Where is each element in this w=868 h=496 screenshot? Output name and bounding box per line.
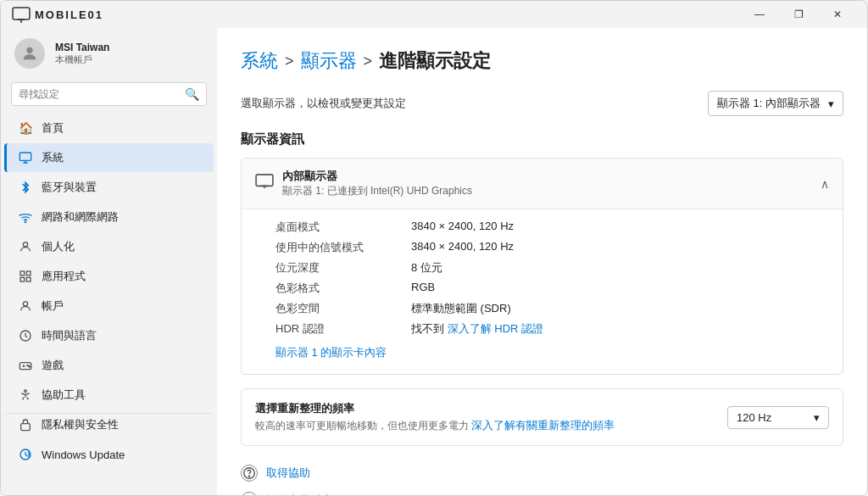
search-box[interactable]: 🔍 — [11, 82, 207, 106]
svg-rect-11 — [20, 277, 25, 281]
sidebar-item-accessibility[interactable]: 協助工具 — [4, 381, 214, 410]
sidebar-item-accounts[interactable]: 帳戶 — [4, 292, 214, 320]
user-info: MSI Taiwan 本機帳戶 — [55, 42, 109, 66]
system-icon — [18, 150, 33, 165]
sidebar-item-label: 個人化 — [42, 239, 75, 254]
info-grid: 桌面模式 3840 × 2400, 120 Hz 使用中的信號模式 3840 ×… — [275, 220, 829, 337]
svg-point-19 — [29, 366, 30, 367]
hdr-link2[interactable]: 認證 — [521, 322, 543, 335]
desktop-mode-label: 桌面模式 — [275, 220, 411, 235]
sidebar-item-label: Windows Update — [42, 449, 125, 461]
monitor-name: 內部顯示器 — [282, 169, 472, 184]
logo-text: MOBILE01 — [35, 8, 103, 21]
sidebar-item-privacy[interactable]: 隱私權與安全性 — [4, 413, 214, 439]
color-format-label: 色彩格式 — [275, 281, 411, 296]
user-subtitle: 本機帳戶 — [55, 53, 109, 66]
svg-point-7 — [25, 221, 25, 222]
refresh-info: 選擇重新整理的頻率 較高的速率可更順暢地移動，但也使用更多電力 深入了解有關重新… — [255, 401, 727, 433]
hdr-label: HDR 認證 — [275, 321, 411, 337]
breadcrumb: 系統 > 顯示器 > 進階顯示設定 — [241, 48, 843, 74]
hdr-text: 找不到 — [411, 322, 448, 335]
breadcrumb-display[interactable]: 顯示器 — [301, 48, 357, 74]
window-controls: — ❐ ✕ — [740, 1, 857, 28]
user-name: MSI Taiwan — [55, 42, 109, 53]
logo-icon — [11, 4, 31, 25]
display-selector-label: 選取顯示器，以檢視或變更其設定 — [241, 96, 406, 111]
close-button[interactable]: ✕ — [818, 1, 857, 28]
monitor-subtitle: 顯示器 1: 已連接到 Intel(R) UHD Graphics — [282, 184, 472, 198]
refresh-desc: 較高的速率可更順暢地移動，但也使用更多電力 深入了解有關重新整理的頻率 — [255, 418, 710, 433]
color-space-value: 標準動態範圍 (SDR) — [411, 301, 829, 316]
collapse-icon[interactable]: ∧ — [821, 177, 829, 191]
monitor-header: 內部顯示器 顯示器 1: 已連接到 Intel(R) UHD Graphics … — [242, 159, 843, 209]
bit-depth-label: 位元深度 — [275, 260, 411, 276]
sidebar-item-label: 協助工具 — [42, 387, 86, 403]
sidebar-item-personalize[interactable]: 個人化 — [4, 232, 214, 261]
refresh-chevron-icon: ▾ — [814, 411, 820, 424]
content-area: 系統 > 顯示器 > 進階顯示設定 選取顯示器，以檢視或變更其設定 顯示器 1:… — [217, 28, 867, 495]
search-input[interactable] — [19, 88, 180, 100]
feedback-link[interactable]: 提供意見反應 — [266, 493, 332, 495]
color-format-value: RGB — [411, 281, 829, 296]
svg-point-27 — [248, 476, 249, 476]
sidebar-item-system[interactable]: 系統 — [4, 143, 214, 172]
bluetooth-icon — [18, 180, 33, 195]
feedback-icon — [241, 492, 258, 495]
hdr-link1[interactable]: 深入了解 HDR — [448, 322, 521, 335]
breadcrumb-sep2: > — [364, 53, 373, 70]
display-dropdown[interactable]: 顯示器 1: 內部顯示器 ▾ — [708, 91, 843, 116]
hdr-value: 找不到 深入了解 HDR 認證 — [411, 321, 829, 337]
svg-point-13 — [23, 302, 27, 306]
refresh-value: 120 Hz — [737, 411, 771, 424]
svg-rect-4 — [19, 153, 31, 160]
svg-rect-12 — [26, 277, 31, 281]
sidebar-item-label: 時間與語言 — [42, 328, 97, 343]
adapter-link[interactable]: 顯示器 1 的顯示卡內容 — [275, 345, 829, 360]
sidebar-item-apps[interactable]: 應用程式 — [4, 262, 214, 291]
refresh-dropdown[interactable]: 120 Hz ▾ — [727, 406, 829, 429]
logo: MOBILE01 — [11, 4, 103, 25]
breadcrumb-system[interactable]: 系統 — [241, 48, 278, 74]
sidebar-item-label: 遊戲 — [42, 358, 64, 373]
sidebar-item-label: 帳戶 — [42, 298, 64, 314]
signal-mode-value: 3840 × 2400, 120 Hz — [411, 240, 829, 255]
help-link[interactable]: 取得協助 — [266, 465, 310, 481]
sidebar-item-label: 應用程式 — [42, 269, 86, 284]
svg-rect-9 — [20, 271, 25, 276]
color-space-label: 色彩空間 — [275, 301, 411, 316]
sidebar-item-home[interactable]: 🏠 首頁 — [4, 114, 214, 142]
help-link-item[interactable]: 取得協助 — [241, 460, 843, 487]
feedback-link-item[interactable]: 提供意見反應 — [241, 487, 843, 495]
display-dropdown-value: 顯示器 1: 內部顯示器 — [717, 96, 821, 111]
desktop-mode-value: 3840 × 2400, 120 Hz — [411, 220, 829, 235]
search-icon: 🔍 — [185, 87, 199, 101]
windows-update-icon — [18, 447, 33, 462]
sidebar-item-gaming[interactable]: 遊戲 — [4, 351, 214, 380]
avatar — [14, 38, 45, 69]
titlebar: MOBILE01 — ❐ ✕ — [1, 1, 867, 28]
sidebar-item-label: 系統 — [42, 150, 64, 165]
sidebar-item-bluetooth[interactable]: 藍牙與裝置 — [4, 173, 214, 202]
monitor-body: 桌面模式 3840 × 2400, 120 Hz 使用中的信號模式 3840 ×… — [242, 209, 843, 374]
refresh-learn-link[interactable]: 深入了解有關重新整理的頻率 — [471, 419, 615, 432]
apps-icon — [18, 269, 33, 284]
sidebar-item-network[interactable]: 網路和網際網路 — [4, 203, 214, 231]
monitor-card: 內部顯示器 顯示器 1: 已連接到 Intel(R) UHD Graphics … — [241, 158, 843, 375]
monitor-icon — [255, 174, 274, 193]
sidebar-item-time[interactable]: 時間與語言 — [4, 321, 214, 350]
maximize-button[interactable]: ❐ — [779, 1, 818, 28]
bottom-links: 取得協助 提供意見反應 — [241, 460, 843, 495]
monitor-title-group: 內部顯示器 顯示器 1: 已連接到 Intel(R) UHD Graphics — [282, 169, 472, 198]
breadcrumb-current: 進階顯示設定 — [379, 48, 491, 74]
monitor-header-left: 內部顯示器 顯示器 1: 已連接到 Intel(R) UHD Graphics — [255, 169, 472, 198]
sidebar-item-label: 首頁 — [42, 120, 64, 136]
refresh-desc-text: 較高的速率可更順暢地移動，但也使用更多電力 — [255, 420, 469, 432]
minimize-button[interactable]: — — [740, 1, 779, 28]
sidebar-item-label: 藍牙與裝置 — [42, 180, 97, 195]
window: MOBILE01 — ❐ ✕ MSI Taiwan 本機帳戶 🔍 — [0, 0, 868, 496]
svg-rect-23 — [256, 175, 273, 187]
sidebar-item-windows-update[interactable]: Windows Update — [4, 440, 214, 469]
gaming-icon — [18, 358, 33, 373]
sidebar-item-label: 網路和網際網路 — [42, 209, 119, 225]
section-title: 顯示器資訊 — [241, 131, 843, 148]
